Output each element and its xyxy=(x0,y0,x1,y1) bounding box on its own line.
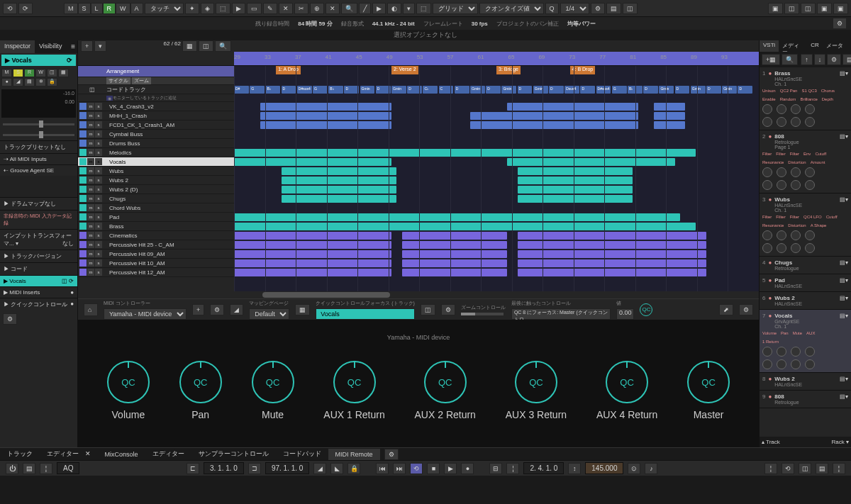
chord-event[interactable]: D#sus4 xyxy=(596,86,611,94)
audio-clip[interactable] xyxy=(654,103,685,111)
audio-clip[interactable] xyxy=(402,241,507,249)
vsti-knob[interactable] xyxy=(805,117,815,127)
track-header[interactable]: msCymbal Buss xyxy=(78,130,234,139)
gear-icon[interactable]: ⚙ xyxy=(384,449,399,460)
search-icon[interactable]: 🔍 xyxy=(215,40,231,52)
tool-btn[interactable]: ⬚ xyxy=(416,3,431,14)
vsti-knob[interactable] xyxy=(805,167,815,177)
insp-btn[interactable]: ◫ xyxy=(47,69,57,77)
audio-clip[interactable] xyxy=(234,158,391,166)
audio-clip[interactable] xyxy=(282,186,397,194)
vsti-knob[interactable] xyxy=(762,230,772,240)
chord-event[interactable]: Gmin xyxy=(691,86,706,94)
automation-mode-select[interactable]: タッチ xyxy=(145,3,184,14)
lower-zone-tab[interactable]: エディター ✕ xyxy=(40,447,98,461)
audio-clip[interactable] xyxy=(282,167,397,175)
vsti-instrument[interactable]: 4● ChugsRetrologue ▤▾ xyxy=(760,257,851,274)
vsti-btn[interactable]: ↓ xyxy=(814,54,826,65)
audio-clip[interactable] xyxy=(507,158,675,166)
marker[interactable]: 2: Verse 2 xyxy=(391,66,418,74)
track-filter-btn[interactable]: ▾ xyxy=(94,40,106,52)
chord-event[interactable]: D xyxy=(344,86,359,94)
vsti-knob[interactable] xyxy=(791,243,801,253)
home-icon[interactable]: ⌂ xyxy=(84,303,98,316)
chord-monitor[interactable]: ◉ モニターしているトラックに追従 xyxy=(78,94,234,102)
read-btn[interactable]: R xyxy=(24,69,35,77)
r-button[interactable]: R xyxy=(103,3,116,14)
insp-btn[interactable]: ▦ xyxy=(58,69,69,77)
midi-input-select[interactable]: ⇢ All MIDI Inputs xyxy=(0,153,77,164)
track-header[interactable]: msBrass xyxy=(78,222,234,231)
track-header[interactable]: msCinematics xyxy=(78,231,234,240)
trans-btn[interactable]: ♪ xyxy=(645,463,657,474)
vsti-knob[interactable] xyxy=(791,180,801,190)
vsti-knob[interactable] xyxy=(805,347,815,357)
vsti-knob[interactable] xyxy=(805,243,815,253)
tool-btn[interactable]: ◈ xyxy=(201,3,214,14)
audio-clip[interactable] xyxy=(518,241,706,249)
stop-btn[interactable]: ■ xyxy=(427,463,440,474)
audio-clip[interactable] xyxy=(518,259,706,267)
track-header[interactable]: msFCD1_CK_1_Crash1_AM xyxy=(78,121,234,130)
qc-knob[interactable]: QCPan xyxy=(179,361,222,420)
gear-icon[interactable]: ⚙ xyxy=(739,304,753,315)
quantize-select[interactable]: クオンタイズ値 xyxy=(479,3,544,14)
tool-btn[interactable]: ▤ xyxy=(606,3,621,14)
vsti-knob[interactable] xyxy=(805,104,815,114)
trans-btn[interactable]: ¦ xyxy=(40,463,52,474)
track-header[interactable]: msPad xyxy=(78,213,234,222)
chord-event[interactable]: Gmin xyxy=(501,86,516,94)
chord-event[interactable]: Gmin xyxy=(470,86,485,94)
split-tool[interactable]: ✂ xyxy=(294,3,308,14)
track-btn[interactable]: ◫ xyxy=(199,40,213,52)
audio-clip[interactable] xyxy=(518,269,706,276)
audio-clip[interactable] xyxy=(518,232,706,240)
audio-clip[interactable] xyxy=(518,177,633,184)
insp-btn[interactable]: ▤ xyxy=(24,78,35,86)
gear-icon[interactable]: ⚙ xyxy=(210,304,224,315)
chord-event[interactable]: Gmin xyxy=(360,86,375,94)
undo-button[interactable]: ⟲ xyxy=(3,3,17,14)
chord-event[interactable]: Gmin xyxy=(391,86,406,94)
audio-clip[interactable] xyxy=(402,269,507,276)
gear-icon[interactable]: ⚙ xyxy=(827,54,841,65)
vsti-knob[interactable] xyxy=(762,359,772,369)
audio-clip[interactable] xyxy=(234,259,391,267)
audio-clip[interactable] xyxy=(402,259,507,267)
select-tool[interactable]: ▶ xyxy=(232,3,245,14)
tool-btn[interactable]: ✦ xyxy=(185,3,199,14)
vsti-instrument[interactable]: 5● PadHALnSncSE ▤▾ xyxy=(760,274,851,292)
a-button[interactable]: A xyxy=(130,3,143,14)
lower-zone-tab[interactable]: トラック xyxy=(0,447,40,461)
qc-knob[interactable]: QCAUX 1 Return xyxy=(323,361,384,420)
write-btn[interactable]: W xyxy=(35,69,46,77)
quantize-btn[interactable]: Q xyxy=(545,3,559,14)
track-header[interactable]: msWubs 2 (D) xyxy=(78,185,234,194)
aq-display[interactable]: AQ xyxy=(57,462,79,474)
chord-event[interactable]: D xyxy=(282,86,296,94)
m-button[interactable]: M xyxy=(64,3,78,14)
marker-btn[interactable]: ¦ xyxy=(764,463,777,474)
inspector-track-name[interactable]: ▶ Vocals ⟳ xyxy=(1,55,76,66)
audio-clip[interactable] xyxy=(234,232,391,240)
chord-event[interactable]: G xyxy=(313,86,328,94)
inspector-section[interactable]: ▶ クイックコントロール ● xyxy=(0,298,77,310)
track-header[interactable]: msPercussive Hit 25 - C_AM xyxy=(78,240,234,250)
vsti-instrument[interactable]: 7● VocalsGrvAgntSECh. 1 ▤▾VolumePanMuteA… xyxy=(760,310,851,373)
drummap-select[interactable]: ▶ ドラムマップなし xyxy=(0,197,77,210)
vsti-tab[interactable]: メディア xyxy=(779,40,807,52)
solo-btn[interactable]: S xyxy=(13,69,23,77)
mapping-page-select[interactable]: Default xyxy=(249,308,289,320)
mute-tool[interactable]: ✕ xyxy=(326,3,340,14)
chord-event[interactable]: G xyxy=(250,86,265,94)
snap-type-select[interactable]: グリッド xyxy=(433,3,478,14)
tool-btn[interactable]: ◫ xyxy=(623,3,638,14)
track-header[interactable]: msChugs xyxy=(78,194,234,203)
midi-btn[interactable]: ◢ xyxy=(230,304,243,315)
play-btn[interactable]: ▶ xyxy=(444,463,457,474)
vsti-knob[interactable] xyxy=(791,230,801,240)
tool-btn[interactable]: ⬚ xyxy=(216,3,230,14)
lower-zone-tab[interactable]: MIDI Remote xyxy=(328,449,380,460)
vsti-instrument[interactable]: 6● Wubs 2HALnSncSE ▤▾ xyxy=(760,292,851,310)
audio-clip[interactable] xyxy=(518,167,633,175)
